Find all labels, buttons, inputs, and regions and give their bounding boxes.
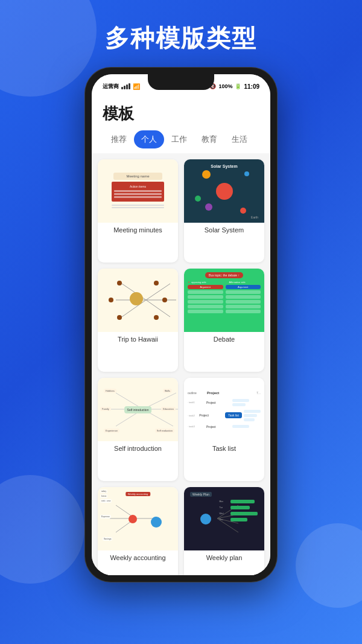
meeting-thumb-table: Action items	[112, 182, 165, 202]
self-center-node: Self introduction	[124, 406, 152, 413]
debate-item-a3	[226, 300, 261, 304]
hawaii-node-6	[154, 315, 159, 320]
phone-frame: 运营商 📶 🔇 100% 🔋 11:09	[84, 67, 278, 582]
wifi-icon: 📶	[133, 83, 140, 90]
template-weekly-accounting[interactable]: Weekly accounting Income Expense	[98, 487, 178, 575]
tab-work[interactable]: 工作	[164, 130, 194, 148]
tab-recommended[interactable]: 推荐	[104, 130, 134, 148]
debate-item-o4	[188, 305, 223, 308]
task-items-1	[232, 399, 249, 406]
self-branch-6: Self evaluation	[155, 429, 174, 433]
template-weekly-plan[interactable]: Weekly Plan Mon	[184, 487, 264, 575]
hawaii-node-2	[154, 281, 159, 285]
template-label-meeting: Meeting minutes	[98, 223, 178, 238]
template-label-weekly-plan: Weekly plan	[184, 550, 264, 566]
phone-screen: 运营商 📶 🔇 100% 🔋 11:09	[92, 74, 270, 575]
wplan-bar-row-3: Wed	[219, 512, 258, 515]
wplan-bar-row-2: Tue	[219, 506, 258, 509]
affirm-label: Affirmative side	[229, 281, 245, 284]
wacc-item-3: rent	[100, 499, 107, 503]
solar-label: Earth	[251, 215, 258, 219]
self-branch-2: Skills	[163, 389, 172, 393]
template-trip-hawaii[interactable]: Trip to Hawaii	[98, 269, 178, 372]
tab-bar: 推荐 个人 工作 教育 生活	[103, 130, 259, 148]
template-meeting-minutes[interactable]: Meeting name Action items	[98, 159, 178, 263]
task-sub-name-1: Project	[206, 401, 230, 404]
col-affirm-header: Argument	[226, 285, 261, 289]
task-header-row: outline Project T...	[188, 391, 261, 395]
template-label-tasklist: Task list	[184, 441, 264, 457]
signal-bar-2	[124, 86, 125, 89]
meeting-line-1	[112, 205, 165, 206]
wacc-left-items: salary bonus rent	[100, 489, 107, 503]
wacc-item-1: salary	[100, 489, 107, 493]
task-bar-2a	[244, 410, 261, 413]
wplan-bar-1	[230, 500, 255, 503]
debate-item-a4	[226, 305, 261, 308]
hawaii-main-node	[130, 292, 143, 305]
hawaii-node-5	[117, 315, 122, 320]
oppose-icon: ▼	[188, 281, 190, 284]
debate-item-a2	[226, 295, 261, 299]
task-list-badge: Task list	[225, 412, 242, 418]
template-task-list[interactable]: outline Project T... · task1 Project	[184, 378, 264, 481]
template-solar-system[interactable]: Solar System Earth Solar System	[184, 159, 264, 263]
wacc-item-2: bonus	[100, 494, 107, 498]
tab-life[interactable]: 生活	[224, 130, 255, 148]
tab-education[interactable]: 教育	[194, 130, 224, 148]
task-bar-2b	[244, 414, 257, 417]
meeting-table-row-3	[114, 196, 162, 198]
self-branch-1: Hobbies	[104, 389, 116, 393]
wacc-branch-savings: Savings	[103, 537, 112, 541]
template-self-intro[interactable]: Self introduction Hobbies Skills Family …	[98, 378, 178, 481]
signal-bars	[121, 83, 130, 89]
meeting-thumb-title: Meeting name	[113, 173, 163, 180]
task-sub-name-3: Project	[206, 425, 230, 429]
tab-personal[interactable]: 个人	[134, 130, 164, 148]
debate-col-affirm: Argument	[226, 285, 261, 328]
meeting-table-row-1	[114, 190, 162, 192]
debate-col-oppose: Argument	[188, 285, 223, 328]
task-outline-label: outline	[188, 391, 205, 395]
template-label-debate: Debate	[184, 332, 264, 348]
task-items-2	[244, 410, 261, 421]
affirm-icon: ▲	[226, 281, 228, 284]
solar-planet-1	[202, 170, 211, 179]
debate-topic-label: Bus topic: the debate ↑	[205, 272, 243, 278]
signal-bar-4	[129, 83, 130, 89]
wplan-day-3: Wed	[219, 512, 229, 515]
hawaii-node-1	[117, 281, 122, 285]
self-branch-5: Experience	[104, 429, 119, 433]
signal-bar-1	[121, 87, 123, 89]
template-debate[interactable]: Bus topic: the debate ↑ ▼ opposing side …	[184, 269, 264, 372]
thumb-meeting-minutes: Meeting name Action items	[98, 159, 178, 223]
wplan-bar-row-4: Thu	[219, 518, 258, 521]
meeting-table-row-2	[114, 193, 162, 195]
svg-line-1	[146, 284, 170, 300]
time-label: 11:09	[244, 83, 259, 90]
meeting-table-header: Action items	[114, 184, 162, 189]
thumb-weekly-accounting: Weekly accounting Income Expense	[98, 487, 178, 550]
solar-thumb-title: Solar System	[211, 164, 237, 168]
status-left: 运营商 📶	[103, 83, 140, 91]
debate-columns: Argument Argument	[188, 285, 261, 328]
wplan-day-2: Tue	[219, 506, 229, 509]
app-header: 模板 推荐 个人 工作 教育 生活	[92, 96, 270, 153]
debate-item-o5	[188, 310, 223, 313]
wplan-day-1: Mon	[219, 500, 229, 503]
task-bar-1a	[232, 399, 249, 402]
carrier-label: 运营商	[103, 83, 119, 91]
app-title: 模板	[103, 103, 259, 124]
hawaii-node-3	[109, 298, 113, 302]
wplan-center-node	[200, 514, 211, 524]
wacc-svg	[98, 487, 178, 550]
self-branch-4: Education	[161, 407, 176, 411]
wacc-blue-node	[151, 517, 162, 528]
wplan-bar-3	[230, 512, 258, 515]
task-row-3: · task3 Project	[188, 425, 261, 429]
wplan-bar-row-1: Mon	[219, 500, 258, 503]
debate-item-o2	[188, 295, 223, 299]
debate-item-a5	[226, 310, 261, 313]
task-bar-2c	[244, 418, 255, 421]
template-label-hawaii: Trip to Hawaii	[98, 332, 178, 348]
